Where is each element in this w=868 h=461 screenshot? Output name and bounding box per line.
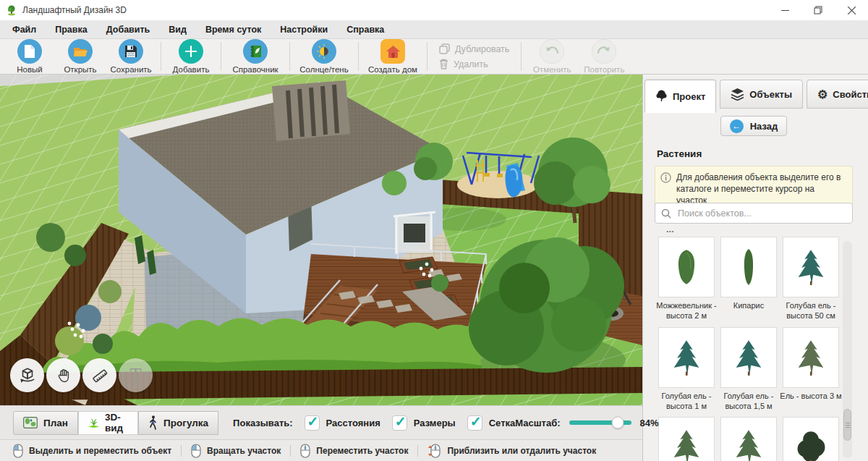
plant-thumbnail[interactable] bbox=[720, 327, 777, 388]
plant-thumbnail[interactable] bbox=[783, 327, 839, 388]
plant-spruce-icon bbox=[671, 428, 702, 461]
scale-value: 84% bbox=[640, 418, 659, 428]
plant-card[interactable] bbox=[780, 417, 842, 461]
tree-icon bbox=[655, 90, 668, 103]
title-bar: Ландшафтный Дизайн 3D bbox=[0, 0, 868, 20]
checkbox-box[interactable]: ✓ bbox=[305, 415, 320, 431]
panel-tabs: Проект Объекты ⚙ Свойства bbox=[644, 80, 868, 113]
plant-column-icon bbox=[671, 248, 702, 286]
sun-shadow-icon bbox=[312, 39, 336, 64]
add-plus-icon bbox=[179, 39, 203, 64]
save-floppy-icon bbox=[119, 39, 143, 64]
checkbox-distances[interactable]: ✓ Расстояния bbox=[305, 415, 380, 431]
open-button[interactable]: Открыть bbox=[55, 39, 106, 74]
plant-thumbnail[interactable] bbox=[658, 327, 715, 388]
plant-thumbnail[interactable] bbox=[720, 237, 777, 297]
search-input[interactable] bbox=[676, 208, 846, 219]
text-tool-button[interactable]: T bbox=[119, 358, 153, 392]
search-icon bbox=[661, 208, 671, 219]
view-plan-button[interactable]: План bbox=[13, 411, 78, 435]
minimize-button[interactable] bbox=[768, 0, 801, 20]
plant-thumbnail[interactable] bbox=[783, 417, 839, 461]
plant-grid: Можжевельник - высота 2 м Кипарис Голуба… bbox=[655, 237, 845, 461]
back-button[interactable]: ← Назад bbox=[720, 116, 787, 136]
scrollbar-thumb[interactable] bbox=[843, 409, 851, 441]
restore-button[interactable] bbox=[801, 0, 835, 20]
plant-name: Кипарис bbox=[718, 297, 780, 325]
measure-tool-button[interactable] bbox=[82, 358, 116, 392]
view-walk-button[interactable]: Прогулка bbox=[138, 411, 218, 435]
tab-project[interactable]: Проект bbox=[644, 80, 716, 113]
plant-spruce-icon bbox=[733, 428, 765, 461]
toolbar: Новый Открыть Сохранить Добавить bbox=[0, 39, 868, 75]
walk-person-icon bbox=[148, 415, 158, 430]
menu-help[interactable]: Справка bbox=[337, 20, 393, 38]
plant-card[interactable] bbox=[718, 417, 780, 461]
undo-icon bbox=[540, 39, 564, 64]
catalog-breadcrumb[interactable]: ... bbox=[666, 224, 674, 234]
create-house-icon bbox=[380, 39, 405, 64]
save-button[interactable]: Сохранить bbox=[106, 39, 156, 74]
app-window: Ландшафтный Дизайн 3D Файл Правка Добави… bbox=[0, 0, 868, 461]
status-hint: Выделить и переместить объект bbox=[13, 444, 171, 458]
text-tool-icon: T bbox=[129, 365, 141, 386]
show-label: Показывать: bbox=[233, 418, 292, 428]
plant-card[interactable]: Голубая ель - высота 50 см bbox=[780, 237, 842, 327]
mouse-scroll-icon bbox=[427, 444, 441, 458]
reference-book-icon bbox=[243, 39, 268, 64]
reference-button[interactable]: Справочник bbox=[226, 39, 285, 74]
sun-shadow-button[interactable]: Солнце/тень bbox=[294, 39, 354, 74]
close-button[interactable] bbox=[835, 0, 868, 20]
plant-card[interactable] bbox=[655, 417, 718, 461]
menu-time-of-day[interactable]: Время суток bbox=[196, 20, 271, 38]
checkbox-box[interactable]: ✓ bbox=[467, 415, 482, 431]
ruler-icon bbox=[90, 366, 109, 385]
plant-name: Голубая ель - высота 1 м bbox=[655, 388, 718, 418]
undo-button[interactable]: Отменить bbox=[526, 39, 578, 74]
menu-edit[interactable]: Правка bbox=[46, 20, 96, 38]
redo-button[interactable]: Повторить bbox=[578, 39, 630, 74]
menu-bar: Файл Правка Добавить Вид Время суток Нас… bbox=[0, 20, 868, 39]
trash-icon bbox=[439, 59, 448, 69]
menu-add[interactable]: Добавить bbox=[97, 20, 160, 38]
grass-3d-icon bbox=[88, 416, 99, 430]
plant-thumbnail[interactable] bbox=[783, 237, 839, 297]
plant-thumbnail[interactable] bbox=[720, 417, 777, 461]
plant-card[interactable]: Ель - высота 3 м bbox=[780, 327, 842, 418]
plant-spruce-icon bbox=[671, 339, 702, 376]
menu-file[interactable]: Файл bbox=[3, 20, 46, 38]
scale-label: Масштаб: bbox=[515, 418, 560, 428]
orbit-tool-button[interactable] bbox=[10, 358, 44, 392]
mouse-left-button-icon bbox=[13, 444, 23, 458]
create-house-button[interactable]: Создать дом bbox=[363, 39, 422, 74]
plant-card[interactable]: Голубая ель - высота 1,5 м bbox=[718, 327, 780, 418]
menu-settings[interactable]: Настройки bbox=[271, 20, 337, 38]
plant-card[interactable]: Можжевельник - высота 2 м bbox=[655, 237, 718, 327]
menu-view[interactable]: Вид bbox=[159, 20, 196, 38]
plant-thumbnail[interactable] bbox=[658, 237, 715, 297]
new-file-icon bbox=[17, 39, 42, 64]
pan-tool-button[interactable] bbox=[46, 358, 80, 392]
view-3d-button[interactable]: 3D-вид bbox=[78, 411, 138, 435]
add-button[interactable]: Добавить bbox=[166, 39, 216, 74]
catalog-panel: Проект Объекты ⚙ Свойства ← Назад Растен… bbox=[642, 75, 868, 461]
delete-button[interactable]: Удалить bbox=[439, 59, 509, 69]
3d-viewport[interactable]: T bbox=[0, 75, 642, 405]
mouse-middle-button-icon bbox=[300, 444, 310, 458]
info-icon bbox=[660, 172, 671, 183]
checkbox-box[interactable]: ✓ bbox=[392, 415, 407, 431]
plant-card[interactable]: Кипарис bbox=[718, 237, 780, 327]
scale-slider[interactable] bbox=[569, 420, 631, 425]
plant-card[interactable]: Голубая ель - высота 1 м bbox=[655, 327, 718, 418]
duplicate-button[interactable]: Дублировать bbox=[439, 43, 509, 54]
checkbox-sizes[interactable]: ✓ Размеры bbox=[392, 415, 456, 431]
checkbox-grid[interactable]: ✓ Сетка bbox=[467, 415, 516, 431]
tab-properties[interactable]: ⚙ Свойства bbox=[807, 80, 868, 109]
plant-name: Голубая ель - высота 50 см bbox=[780, 297, 842, 327]
panel-scrollbar[interactable] bbox=[843, 241, 852, 458]
new-button[interactable]: Новый bbox=[4, 39, 55, 74]
slider-knob[interactable] bbox=[611, 417, 624, 429]
plant-thumbnail[interactable] bbox=[658, 417, 715, 461]
orbit-cube-icon bbox=[18, 366, 37, 385]
tab-objects[interactable]: Объекты bbox=[720, 80, 803, 109]
